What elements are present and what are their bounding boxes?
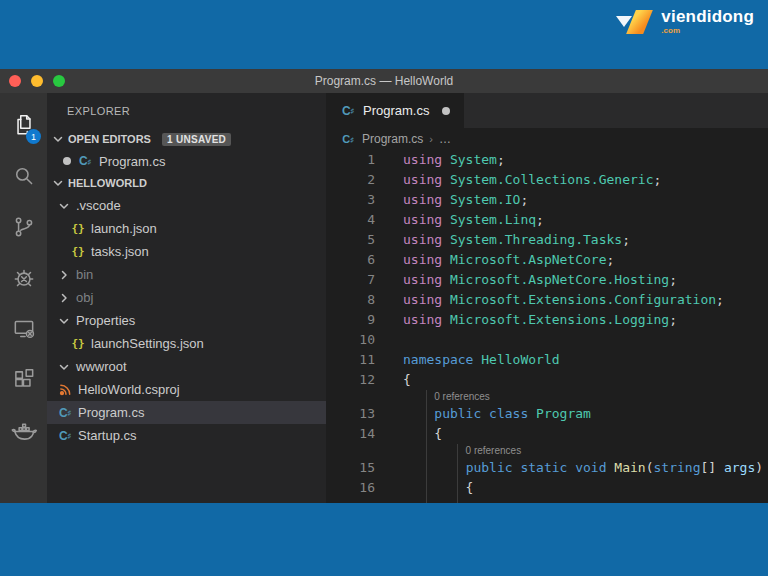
- brand-logo: viendidong .com: [614, 8, 754, 35]
- tree-item-tasks-json[interactable]: {}tasks.json: [47, 240, 326, 263]
- window-controls: [9, 75, 65, 87]
- csharp-file-icon: C♯: [340, 104, 356, 118]
- chevron-down-icon: [51, 132, 65, 146]
- code-line-15[interactable]: 15 public static void Main(string[] args…: [326, 458, 768, 478]
- codelens-references[interactable]: 0 references: [326, 390, 768, 404]
- tree-item-obj[interactable]: obj: [47, 286, 326, 309]
- minimize-window-button[interactable]: [31, 75, 43, 87]
- search-icon: [11, 163, 37, 193]
- activity-extensions-button[interactable]: [0, 356, 47, 407]
- code-line-12[interactable]: 12{: [326, 370, 768, 390]
- line-number: 1: [326, 150, 375, 170]
- line-number: 13: [326, 404, 375, 424]
- json-file-icon: {}: [70, 222, 86, 235]
- code-line-5[interactable]: 5using System.Threading.Tasks;: [326, 230, 768, 250]
- code-editor[interactable]: 1using System;2using System.Collections.…: [326, 150, 768, 503]
- file-label: obj: [76, 290, 93, 305]
- unsaved-dot-icon: [442, 107, 450, 115]
- code-line-3[interactable]: 3using System.IO;: [326, 190, 768, 210]
- file-label: .vscode: [76, 198, 121, 213]
- code-line-6[interactable]: 6using Microsoft.AspNetCore;: [326, 250, 768, 270]
- line-number: 9: [326, 310, 375, 330]
- tree-item-helloworld-csproj[interactable]: HelloWorld.csproj: [47, 378, 326, 401]
- code-line-4[interactable]: 4using System.Linq;: [326, 210, 768, 230]
- line-number: 12: [326, 370, 375, 390]
- open-editors-label: OPEN EDITORS: [68, 133, 151, 145]
- source-control-icon: [11, 214, 37, 244]
- code-line-14[interactable]: 14 {: [326, 424, 768, 444]
- explorer-badge: 1: [26, 129, 41, 144]
- file-tree: .vscode{}launch.json{}tasks.jsonbinobjPr…: [47, 194, 326, 447]
- window-title: Program.cs — HelloWorld: [315, 74, 453, 88]
- activity-search-button[interactable]: [0, 152, 47, 203]
- file-label: Startup.cs: [78, 428, 137, 443]
- tree-item-wwwroot[interactable]: wwwroot: [47, 355, 326, 378]
- line-number: 10: [326, 330, 375, 350]
- tree-item-startup-cs[interactable]: C♯Startup.cs: [47, 424, 326, 447]
- csharp-file-icon: C♯: [77, 154, 93, 168]
- code-line-13[interactable]: 13 public class Program: [326, 404, 768, 424]
- line-number: 15: [326, 458, 375, 478]
- line-number: 7: [326, 270, 375, 290]
- code-line-11[interactable]: 11namespace HelloWorld: [326, 350, 768, 370]
- codelens-references[interactable]: 0 references: [326, 444, 768, 458]
- brand-name: viendidong: [661, 8, 754, 25]
- unsaved-dot-icon: [63, 157, 71, 165]
- file-label: wwwroot: [76, 359, 127, 374]
- tree-item-bin[interactable]: bin: [47, 263, 326, 286]
- open-editors-section-header[interactable]: OPEN EDITORS 1 UNSAVED: [47, 128, 326, 150]
- code-line-8[interactable]: 8using Microsoft.Extensions.Configuratio…: [326, 290, 768, 310]
- file-label: Properties: [76, 313, 135, 328]
- tree-item-properties[interactable]: Properties: [47, 309, 326, 332]
- chevron-down-icon: [57, 199, 71, 213]
- activity-explorer-button[interactable]: 1: [0, 101, 47, 152]
- line-number: 4: [326, 210, 375, 230]
- tree-item-launch-json[interactable]: {}launch.json: [47, 217, 326, 240]
- activity-debug-button[interactable]: [0, 254, 47, 305]
- code-line-2[interactable]: 2using System.Collections.Generic;: [326, 170, 768, 190]
- code-line-9[interactable]: 9using Microsoft.Extensions.Logging;: [326, 310, 768, 330]
- tree-item-program-cs[interactable]: C♯Program.cs: [47, 401, 326, 424]
- tab-program-cs[interactable]: C♯ Program.cs: [326, 93, 464, 128]
- csharp-file-icon: C♯: [57, 406, 73, 420]
- file-label: launchSettings.json: [91, 336, 204, 351]
- sidebar-title: EXPLORER: [47, 93, 326, 128]
- json-file-icon: {}: [70, 337, 86, 350]
- tree-item--vscode[interactable]: .vscode: [47, 194, 326, 217]
- bug-icon: [11, 265, 37, 295]
- code-line-16[interactable]: 16 {: [326, 478, 768, 498]
- unsaved-badge: 1 UNSAVED: [162, 133, 231, 146]
- code-line-7[interactable]: 7using Microsoft.AspNetCore.Hosting;: [326, 270, 768, 290]
- chevron-down-icon: [57, 314, 71, 328]
- line-number: 3: [326, 190, 375, 210]
- xml-file-icon: [57, 383, 73, 396]
- breadcrumb[interactable]: C♯ Program.cs › …: [326, 128, 768, 150]
- breadcrumb-file[interactable]: Program.cs: [362, 132, 423, 146]
- tree-item-launchsettings-json[interactable]: {}launchSettings.json: [47, 332, 326, 355]
- zoom-window-button[interactable]: [53, 75, 65, 87]
- activity-bar: 1: [0, 93, 47, 503]
- activity-source-control-button[interactable]: [0, 203, 47, 254]
- file-label: launch.json: [91, 221, 157, 236]
- titlebar[interactable]: Program.cs — HelloWorld: [0, 69, 768, 93]
- brand-tld: .com: [661, 27, 754, 35]
- chevron-down-icon: [51, 176, 65, 190]
- close-window-button[interactable]: [9, 75, 21, 87]
- open-editors-list: C♯Program.cs: [47, 150, 326, 172]
- project-section-header[interactable]: HELLOWORLD: [47, 172, 326, 194]
- chevron-right-icon: [57, 291, 71, 305]
- csharp-file-icon: C♯: [340, 133, 356, 145]
- breadcrumb-more[interactable]: …: [439, 132, 451, 146]
- activity-remote-explorer-button[interactable]: [0, 305, 47, 356]
- chevron-down-icon: [57, 360, 71, 374]
- activity-docker-button[interactable]: [0, 407, 47, 458]
- indent-guide: [457, 444, 458, 503]
- code-line-10[interactable]: 10: [326, 330, 768, 350]
- code-line-1[interactable]: 1using System;: [326, 150, 768, 170]
- extensions-icon: [11, 367, 37, 397]
- line-number: 8: [326, 290, 375, 310]
- remote-explorer-icon: [11, 316, 37, 346]
- project-label: HELLOWORLD: [68, 177, 147, 189]
- open-editor-item[interactable]: C♯Program.cs: [47, 150, 326, 172]
- chevron-right-icon: [57, 268, 71, 282]
